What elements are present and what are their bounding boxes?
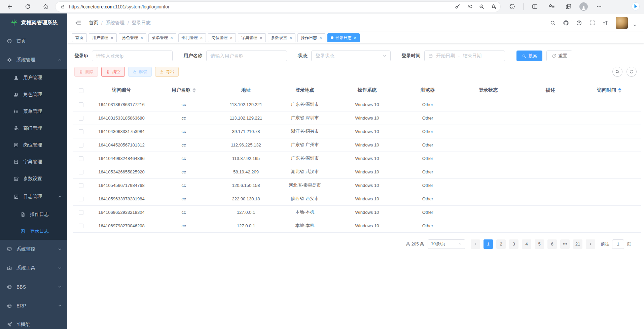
sidebar-item-ERP[interactable]: ERP	[0, 296, 67, 315]
sidebar-item-角色管理[interactable]: 角色管理	[0, 86, 67, 103]
search-button[interactable]: 搜索	[516, 51, 542, 61]
app-logo[interactable]: 意框架管理系统	[0, 13, 67, 32]
page-button-2[interactable]: 2	[496, 239, 506, 249]
tab-参数设置[interactable]: 参数设置×	[268, 33, 296, 42]
tab-close-icon[interactable]: ×	[111, 36, 113, 40]
tab-用户管理[interactable]: 用户管理×	[89, 33, 117, 42]
site-permissions-icon[interactable]	[60, 4, 65, 9]
tab-字典管理[interactable]: 字典管理×	[238, 33, 266, 42]
sidebar-item-操作日志[interactable]: 操作日志	[0, 206, 67, 223]
header-search-icon[interactable]	[549, 19, 557, 27]
row-checkbox[interactable]	[79, 143, 83, 147]
browser-profile-avatar[interactable]	[579, 2, 588, 11]
sidebar-item-菜单管理[interactable]: 菜单管理	[0, 103, 67, 120]
page-button-3[interactable]: 3	[509, 239, 518, 249]
sidebar-item-系统监控[interactable]: 系统监控	[0, 240, 67, 259]
tab-close-icon[interactable]: ×	[200, 36, 203, 40]
sidebar-item-登录日志[interactable]: 登录日志	[0, 223, 67, 240]
tab-close-icon[interactable]: ×	[319, 36, 322, 40]
sidebar-item-日志管理[interactable]: 日志管理	[0, 187, 67, 206]
column-header-用户名称[interactable]: 用户名称	[153, 83, 214, 98]
next-page-button[interactable]	[586, 239, 595, 249]
user-avatar[interactable]	[616, 17, 628, 29]
page-button-5[interactable]: 5	[535, 239, 544, 249]
refresh-table-icon[interactable]	[627, 67, 637, 77]
reload-icon[interactable]	[22, 1, 33, 12]
sort-carets-icon[interactable]	[192, 88, 196, 93]
sidebar-item-部门管理[interactable]: 部门管理	[0, 120, 67, 137]
reset-button[interactable]: 重置	[546, 51, 572, 61]
date-range-picker[interactable]: 开始日期 - 结束日期	[424, 51, 505, 61]
tab-close-icon[interactable]: ×	[290, 36, 292, 40]
page-button-4[interactable]: 4	[522, 239, 531, 249]
select-all-checkbox[interactable]	[79, 88, 83, 93]
row-checkbox[interactable]	[79, 156, 83, 161]
tab-岗位管理[interactable]: 岗位管理×	[208, 33, 236, 42]
export-button[interactable]: 导出	[155, 67, 179, 77]
tab-操作日志[interactable]: 操作日志×	[297, 33, 325, 42]
github-icon[interactable]	[562, 19, 570, 27]
add-favorite-icon[interactable]	[489, 2, 498, 11]
back-icon[interactable]	[4, 1, 15, 12]
tab-部门管理[interactable]: 部门管理×	[178, 33, 206, 42]
avatar-caret-icon[interactable]	[633, 24, 637, 27]
sidebar-item-Yi框架[interactable]: Yi框架	[0, 315, 67, 329]
login-ip-input[interactable]	[96, 51, 169, 61]
page-button-6[interactable]: 6	[547, 239, 557, 249]
help-icon[interactable]	[575, 19, 583, 27]
bing-copilot-icon[interactable]	[631, 2, 641, 12]
split-screen-icon[interactable]	[529, 1, 540, 12]
row-checkbox[interactable]	[79, 197, 83, 201]
zoom-out-icon[interactable]	[477, 2, 486, 11]
sidebar-item-系统管理[interactable]: 系统管理	[0, 51, 67, 69]
tab-角色管理[interactable]: 角色管理×	[119, 33, 147, 42]
show-search-icon[interactable]	[612, 67, 622, 77]
sidebar-item-首页[interactable]: 首页	[0, 32, 67, 51]
sort-carets-icon[interactable]	[618, 88, 621, 93]
sidebar-fold-icon[interactable]	[75, 20, 81, 26]
row-checkbox[interactable]	[79, 129, 83, 134]
clear-button[interactable]: 清空	[101, 67, 125, 77]
unlock-button[interactable]: 解锁	[128, 67, 152, 77]
sidebar-item-用户管理[interactable]: 用户管理	[0, 69, 67, 86]
page-button-21[interactable]: 21	[573, 239, 582, 249]
breadcrumb-item[interactable]: 首页	[89, 20, 98, 26]
goto-page-input[interactable]	[612, 239, 624, 249]
collections-icon[interactable]	[563, 1, 574, 12]
fullscreen-icon[interactable]	[588, 19, 596, 27]
font-size-icon[interactable]	[601, 19, 609, 27]
page-size-select[interactable]: 10条/页	[428, 239, 465, 249]
row-checkbox[interactable]	[79, 224, 83, 228]
sidebar-item-BBS[interactable]: BBS	[0, 277, 67, 296]
home-icon[interactable]	[40, 1, 51, 12]
settings-more-icon[interactable]	[593, 1, 605, 12]
sidebar-item-岗位管理[interactable]: 岗位管理	[0, 137, 67, 154]
tab-close-icon[interactable]: ×	[230, 36, 232, 40]
page-button-1[interactable]: 1	[484, 239, 493, 249]
tab-首页[interactable]: 首页	[72, 33, 87, 42]
user-name-input[interactable]	[210, 51, 283, 61]
address-bar[interactable]: https://ccnetcore.com:1101/system/log/lo…	[56, 2, 500, 12]
status-select[interactable]: 登录状态	[311, 51, 391, 61]
sidebar-item-参数设置[interactable]: 参数设置	[0, 170, 67, 187]
tab-菜单管理[interactable]: 菜单管理×	[148, 33, 176, 42]
column-header-访问时间[interactable]: 访问时间	[577, 83, 641, 98]
tab-close-icon[interactable]: ×	[170, 36, 173, 40]
sidebar-item-字典管理[interactable]: 字典管理	[0, 154, 67, 170]
row-checkbox[interactable]	[79, 210, 83, 215]
more-pages-button[interactable]: •••	[560, 239, 570, 249]
read-aloud-icon[interactable]	[465, 2, 474, 11]
tab-close-icon[interactable]: ×	[354, 36, 357, 40]
row-checkbox[interactable]	[79, 102, 83, 107]
tab-close-icon[interactable]: ×	[141, 36, 143, 40]
tab-close-icon[interactable]: ×	[260, 36, 262, 40]
sidebar-item-系统工具[interactable]: 系统工具	[0, 259, 67, 277]
row-checkbox[interactable]	[79, 183, 83, 188]
row-checkbox[interactable]	[79, 170, 83, 174]
favorites-bar-icon[interactable]	[546, 1, 557, 12]
row-checkbox[interactable]	[79, 116, 83, 121]
prev-page-button[interactable]	[471, 239, 480, 249]
tab-登录日志[interactable]: 登录日志×	[327, 33, 360, 42]
password-key-icon[interactable]	[453, 2, 462, 11]
extensions-icon[interactable]	[506, 1, 518, 12]
